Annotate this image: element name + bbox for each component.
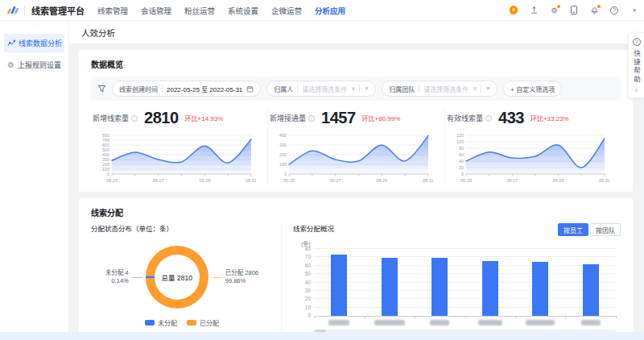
filter-date-range[interactable]: 线索创建时间 2022-05-25 至 2022-05-31 [112, 81, 261, 97]
upload-icon[interactable] [529, 6, 539, 15]
lead-distribution-card: 线索分配 分配状态分布（单位：条） 未分配 4 0.14% 总量 2810 [79, 198, 633, 340]
nav-item-fans[interactable]: 粉丝运营 [184, 5, 215, 16]
calendar-icon [246, 85, 254, 93]
legend-item-unassigned[interactable]: 未分配 [145, 318, 177, 327]
new-leads-trend-chart: 010020030040050060070080005-2505-2705-29… [93, 132, 256, 184]
chevron-down-icon[interactable]: ▾ [633, 7, 636, 14]
svg-text:05-25: 05-25 [106, 178, 118, 183]
stat-label: 新增接通量 [270, 113, 306, 123]
svg-text:0: 0 [461, 172, 464, 176]
bar-chart-title: 线索分配概况 [293, 223, 334, 233]
stat-delta: 环比+33.23% [530, 114, 569, 122]
redacted-employee-name [478, 320, 502, 325]
distribution-bar-panel: 线索分配概况 按员工 按团队 (条) 01020304050607080 分配线… [282, 223, 621, 340]
nav-item-analysis[interactable]: 分析应用 [315, 5, 345, 16]
tablet-icon[interactable] [569, 6, 579, 15]
bar [382, 258, 398, 316]
quick-help-label: 快捷帮助 [632, 50, 642, 84]
filter-team[interactable]: 归属团队 请选择筛选条件 ∨ ✕ [382, 81, 497, 97]
allocation-bar-chart: 01020304050607080 [314, 249, 616, 317]
help-icon: ? [633, 38, 641, 46]
nav-item-wecom[interactable]: 企微运营 [271, 5, 302, 16]
new-connections-trend-chart: 010020030040005-2505-2705-2905-31 [270, 132, 433, 184]
filter-funnel-icon[interactable] [97, 85, 106, 93]
collapse-icon: « [635, 88, 638, 93]
sidebar-item-report-rules[interactable]: ⚙ 上报规则设置 [4, 56, 64, 74]
chevron-down-icon[interactable]: ∨ [351, 85, 355, 92]
nav-item-leads[interactable]: 线索管理 [97, 5, 128, 16]
nav-item-system[interactable]: 系统设置 [228, 5, 258, 16]
top-nav: 线索管理 会话管理 粉丝运营 系统设置 企微运营 分析应用 [97, 5, 345, 16]
svg-text:100: 100 [279, 162, 287, 167]
donut-ring: 总量 2810 [146, 246, 208, 309]
filter-date-label: 线索创建时间 [119, 85, 158, 93]
redacted-employee-name [526, 320, 555, 325]
info-icon[interactable]: i [485, 115, 492, 122]
svg-text:500: 500 [102, 147, 109, 152]
add-custom-filter-button[interactable]: + 自定义筛选项 [503, 81, 562, 97]
analysis-icon [7, 39, 15, 48]
medal-icon[interactable] [509, 6, 518, 15]
chevron-down-icon[interactable]: ∨ [473, 85, 477, 92]
gear-icon[interactable]: ⚙ [549, 6, 559, 15]
svg-text:700: 700 [102, 138, 109, 143]
data-overview-card: 数据概览 线索创建时间 2022-05-25 至 2022-05-31 归属人 … [79, 50, 633, 192]
stats-row: 新增线索量 i 2810 环比+14.93% 01002003004005006… [91, 109, 621, 184]
valid-leads-trend-chart: 02040608010012005-2505-2705-2905-31 [447, 132, 609, 184]
sidebar-resize-handle[interactable]: ⋯ [0, 24, 68, 31]
clear-filter-icon[interactable]: ✕ [485, 85, 490, 92]
filter-bar: 线索创建时间 2022-05-25 至 2022-05-31 归属人 请选择筛选… [91, 77, 621, 101]
sidebar-item-label: 线索数据分析 [19, 38, 62, 48]
help-icon[interactable]: ? [609, 6, 619, 15]
toggle-by-team[interactable]: 按团队 [590, 223, 621, 236]
view-toggle: 按员工 按团队 [558, 223, 621, 236]
toggle-by-employee[interactable]: 按员工 [558, 223, 588, 236]
donut-chart: 未分配 4 0.14% 总量 2810 已分配 2806 99.86% [91, 246, 273, 309]
svg-text:300: 300 [102, 157, 109, 162]
svg-text:20: 20 [459, 165, 464, 170]
stat-delta: 环比+80.99% [362, 114, 401, 122]
sidebar-item-label: 上报规则设置 [18, 60, 61, 70]
bar-y-axis-unit: (条) [301, 239, 621, 247]
quick-help-tab[interactable]: ? 快捷帮助 « [628, 32, 644, 98]
filter-team-label: 归属团队 [389, 85, 415, 93]
info-icon[interactable]: i [308, 115, 315, 122]
donut-chart-title: 分配状态分布（单位：条） [91, 223, 273, 233]
redacted-employee-name [581, 320, 601, 325]
svg-text:200: 200 [279, 152, 287, 157]
filter-date-value: 2022-05-25 至 2022-05-31 [167, 85, 242, 93]
distribution-status-panel: 分配状态分布（单位：条） 未分配 4 0.14% 总量 2810 已分配 2 [91, 223, 282, 340]
svg-text:05-25: 05-25 [283, 178, 295, 183]
svg-text:05-31: 05-31 [599, 178, 609, 183]
legend-item-assigned[interactable]: 已分配 [187, 318, 219, 327]
filter-owner[interactable]: 归属人 请选择筛选条件 ∨ ✕ [266, 81, 376, 97]
sidebar: ⋯ 线索数据分析 ⚙ 上报规则设置 [0, 21, 69, 332]
donut-connector-assigned [212, 277, 222, 278]
bar-x-axis-labels [314, 320, 616, 325]
sidebar-item-lead-data-analysis[interactable]: 线索数据分析 [4, 34, 64, 52]
svg-text:05-31: 05-31 [423, 178, 433, 183]
stat-value: 2810 [144, 109, 179, 127]
svg-text:100: 100 [456, 139, 464, 144]
stat-value: 1457 [321, 109, 356, 127]
stat-label: 新增线索量 [93, 113, 129, 123]
clear-filter-icon[interactable]: ✕ [364, 85, 369, 92]
bell-icon[interactable] [589, 6, 599, 15]
svg-text:05-27: 05-27 [153, 178, 164, 183]
svg-text:40: 40 [459, 159, 464, 164]
svg-text:100: 100 [102, 167, 109, 172]
svg-text:400: 400 [279, 133, 287, 138]
svg-text:0: 0 [107, 172, 109, 176]
topbar: 线索管理平台 线索管理 会话管理 粉丝运营 系统设置 企微运营 分析应用 ⚙ ?… [0, 0, 644, 21]
stat-valid-leads: 有效线索量 i 433 环比+33.23% 02040608010012005-… [445, 109, 621, 184]
nav-item-sessions[interactable]: 会话管理 [141, 5, 171, 16]
stat-new-connections: 新增接通量 i 1457 环比+80.99% 010020030040005-2… [268, 109, 445, 184]
legend-swatch-orange [187, 320, 196, 325]
bar [482, 261, 498, 316]
svg-text:05-25: 05-25 [460, 178, 472, 183]
info-icon[interactable]: i [131, 115, 138, 122]
bar [431, 258, 448, 316]
svg-text:05-29: 05-29 [199, 178, 210, 183]
page-title: 人效分析 [81, 27, 115, 39]
bottom-strip [0, 332, 644, 340]
